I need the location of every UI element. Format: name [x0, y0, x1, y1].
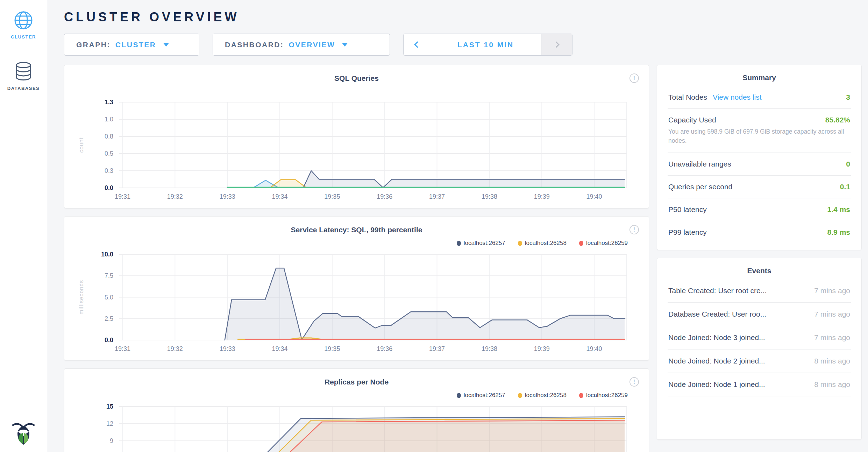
- info-icon[interactable]: !: [629, 73, 639, 83]
- svg-text:count: count: [78, 137, 84, 153]
- graph-dropdown[interactable]: GRAPH: CLUSTER: [64, 34, 199, 56]
- svg-text:0.5: 0.5: [104, 150, 113, 157]
- svg-text:9: 9: [109, 437, 113, 444]
- dashboard-dropdown-label: DASHBOARD:: [225, 41, 284, 49]
- sidebar-item-label: DATABASES: [7, 86, 40, 91]
- svg-text:19:31: 19:31: [114, 193, 130, 200]
- summary-row-qps: Queries per second 0.1: [668, 176, 851, 198]
- sidebar-item-label: CLUSTER: [11, 34, 36, 40]
- chart-legend: localhost:26257 localhost:26258 localhos…: [64, 240, 628, 247]
- legend-item: localhost:26259: [579, 240, 628, 247]
- database-icon: [14, 61, 33, 82]
- legend-dot: [579, 241, 583, 246]
- legend-label: localhost:26258: [525, 240, 567, 247]
- svg-text:12: 12: [106, 420, 113, 427]
- summary-row-p50: P50 latency 1.4 ms: [668, 198, 851, 221]
- summary-row-label: Total Nodes: [668, 93, 707, 101]
- controls-bar: GRAPH: CLUSTER DASHBOARD: OVERVIEW LAST …: [64, 34, 862, 56]
- svg-text:19:32: 19:32: [167, 345, 183, 352]
- summary-row-label: Queries per second: [668, 183, 732, 191]
- summary-row-value: 3: [846, 93, 850, 101]
- chart-title: SQL Queries: [64, 74, 649, 83]
- svg-text:19:33: 19:33: [219, 193, 235, 200]
- svg-text:19:36: 19:36: [377, 345, 392, 352]
- svg-text:19:36: 19:36: [377, 193, 392, 200]
- cockroachdb-logo: [0, 420, 47, 446]
- summary-panel: Summary Total Nodes View nodes list 3 Ca…: [657, 65, 862, 250]
- legend-label: localhost:26257: [464, 392, 505, 399]
- summary-row-label: P99 latency: [668, 228, 707, 236]
- chevron-left-icon: [414, 41, 420, 48]
- event-text: Table Created: User root cre...: [668, 287, 767, 295]
- dashboard-dropdown[interactable]: DASHBOARD: OVERVIEW: [213, 34, 390, 56]
- sql-queries-chart-card: SQL Queries ! 19:3119:3219:3319:3419:351…: [64, 65, 649, 209]
- svg-text:19:39: 19:39: [534, 345, 549, 352]
- info-icon[interactable]: !: [629, 377, 639, 387]
- event-row: Node Joined: Node 3 joined... 7 mins ago: [668, 326, 851, 349]
- summary-title: Summary: [668, 73, 851, 82]
- time-range-next-button[interactable]: [541, 34, 572, 55]
- legend-item: localhost:26257: [457, 392, 505, 399]
- view-nodes-link[interactable]: View nodes list: [713, 93, 762, 101]
- replicas-per-node-chart[interactable]: 19:3119:3219:3319:3419:3519:3619:3719:38…: [66, 402, 647, 452]
- chevron-down-icon: [163, 43, 169, 47]
- legend-label: localhost:26257: [464, 240, 505, 247]
- sidebar-item-databases[interactable]: DATABASES: [0, 61, 47, 91]
- sidebar-item-cluster[interactable]: CLUSTER: [0, 10, 47, 40]
- dashboard-content: SQL Queries ! 19:3119:3219:3319:3419:351…: [64, 65, 862, 452]
- globe-icon: [14, 10, 33, 30]
- service-latency-chart[interactable]: 19:3119:3219:3319:3419:3519:3619:3719:38…: [66, 249, 647, 356]
- charts-column: SQL Queries ! 19:3119:3219:3319:3419:351…: [64, 65, 649, 452]
- svg-text:7.5: 7.5: [104, 272, 113, 279]
- page-title: CLUSTER OVERVIEW: [64, 10, 862, 24]
- svg-text:19:35: 19:35: [324, 345, 340, 352]
- graph-dropdown-label: GRAPH:: [76, 41, 111, 49]
- time-range-prev-button[interactable]: [404, 34, 430, 55]
- summary-row-label: P50 latency: [668, 205, 707, 214]
- legend-item: localhost:26257: [457, 240, 505, 247]
- svg-text:0.8: 0.8: [104, 133, 113, 140]
- svg-text:19:40: 19:40: [586, 345, 602, 352]
- chart-legend: localhost:26257 localhost:26258 localhos…: [64, 392, 628, 399]
- svg-text:0.0: 0.0: [104, 184, 113, 191]
- event-text: Node Joined: Node 1 joined...: [668, 380, 765, 389]
- svg-text:10.0: 10.0: [101, 251, 113, 258]
- svg-text:19:34: 19:34: [272, 345, 287, 352]
- summary-row-capacity: Capacity Used 85.82% You are using 598.9…: [668, 109, 851, 153]
- summary-row-label: Unavailable ranges: [668, 160, 731, 168]
- dashboard-dropdown-value: OVERVIEW: [289, 41, 335, 49]
- sidebar: CLUSTER DATABASES: [0, 0, 47, 452]
- svg-text:19:37: 19:37: [429, 345, 445, 352]
- svg-text:19:34: 19:34: [272, 193, 287, 200]
- legend-label: localhost:26259: [586, 240, 628, 247]
- legend-item: localhost:26258: [518, 392, 567, 399]
- svg-text:2.5: 2.5: [104, 315, 113, 322]
- chart-title: Replicas per Node: [64, 378, 649, 386]
- event-text: Node Joined: Node 2 joined...: [668, 357, 765, 365]
- chevron-down-icon: [342, 43, 348, 47]
- summary-row-unavailable-ranges: Unavailable ranges 0: [668, 153, 851, 176]
- events-panel: Events Table Created: User root cre... 7…: [657, 258, 862, 440]
- legend-item: localhost:26258: [518, 240, 567, 247]
- summary-row-label: Capacity Used: [668, 116, 716, 124]
- svg-text:milliseconds: milliseconds: [78, 280, 84, 315]
- event-time: 8 mins ago: [814, 357, 850, 365]
- svg-text:0.3: 0.3: [104, 167, 113, 174]
- event-text: Database Created: User roo...: [668, 310, 766, 318]
- service-latency-chart-card: Service Latency: SQL, 99th percentile ! …: [64, 216, 649, 361]
- legend-dot: [518, 241, 522, 246]
- chevron-right-icon: [553, 41, 559, 48]
- cockroach-icon: [11, 420, 36, 446]
- info-icon[interactable]: !: [629, 225, 639, 234]
- sql-queries-chart[interactable]: 19:3119:3219:3319:3419:3519:3619:3719:38…: [66, 97, 647, 204]
- summary-row-value: 1.4 ms: [827, 205, 850, 214]
- replicas-per-node-chart-card: Replicas per Node ! localhost:26257 loca…: [64, 368, 649, 452]
- svg-text:19:35: 19:35: [324, 193, 340, 200]
- svg-text:19:38: 19:38: [481, 345, 497, 352]
- svg-text:19:32: 19:32: [167, 193, 183, 200]
- chart-title: Service Latency: SQL, 99th percentile: [64, 226, 649, 234]
- svg-text:0.0: 0.0: [104, 337, 113, 344]
- time-range-value[interactable]: LAST 10 MIN: [430, 34, 541, 55]
- event-row: Node Joined: Node 2 joined... 8 mins ago: [668, 349, 851, 373]
- event-row: Table Created: User root cre... 7 mins a…: [668, 279, 851, 303]
